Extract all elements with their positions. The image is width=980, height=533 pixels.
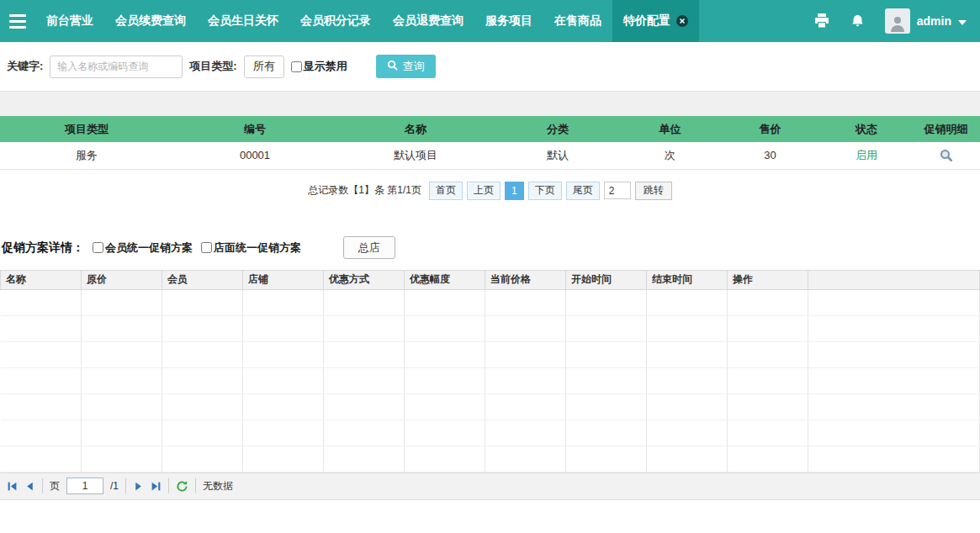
member-unified-plan-option: 会员统一促销方案: [93, 240, 193, 256]
query-button-label: 查询: [403, 59, 425, 74]
avatar: [885, 8, 910, 34]
promo-col-discount-range: 优惠幅度: [405, 270, 485, 289]
nav-item-service-items[interactable]: 服务项目: [474, 0, 543, 42]
promo-col-operation: 操作: [728, 270, 808, 289]
nav-item-front-desk[interactable]: 前台营业: [35, 0, 104, 42]
main-menu: 前台营业 会员续费查询 会员生日关怀 会员积分记录 会员退费查询 服务项目 在售…: [35, 0, 699, 42]
refresh-icon[interactable]: [176, 480, 188, 493]
spacer-band: [0, 91, 980, 116]
store-unified-plan-checkbox[interactable]: [201, 242, 212, 253]
cell-price: 30: [719, 142, 821, 169]
col-header-code: 编号: [173, 116, 336, 142]
show-disabled-checkbox[interactable]: [291, 61, 302, 72]
col-header-status: 状态: [821, 116, 912, 142]
promo-col-end-time: 结束时间: [647, 270, 728, 289]
promo-plan-table: 名称 原价 会员 店铺 优惠方式 优惠幅度 当前价格 开始时间 结束时间 操作: [0, 270, 980, 472]
promo-table-empty-row: [1, 420, 980, 446]
separator: [168, 478, 169, 493]
cell-name: 默认项目: [336, 142, 495, 169]
table-row[interactable]: 服务 00001 默认项目 默认 次 30 启用: [0, 142, 980, 169]
col-header-category: 分类: [495, 116, 621, 142]
store-unified-plan-label: 店面统一促销方案: [214, 240, 301, 256]
promo-table-empty-row: [1, 289, 980, 315]
promo-table-empty-row: [1, 315, 980, 341]
current-page-button[interactable]: 1: [505, 182, 524, 200]
jump-button[interactable]: 跳转: [635, 182, 672, 200]
cell-code: 00001: [173, 142, 336, 169]
store-unified-plan-option: 店面统一促销方案: [201, 240, 301, 256]
promo-table-empty-row: [1, 446, 980, 472]
nav-right-area: admin: [813, 0, 980, 42]
col-header-name: 名称: [336, 116, 495, 142]
page: 前台营业 会员续费查询 会员生日关怀 会员积分记录 会员退费查询 服务项目 在售…: [0, 0, 980, 533]
separator: [195, 478, 196, 493]
query-button[interactable]: 查询: [376, 55, 436, 78]
keyword-label: 关键字:: [7, 59, 43, 74]
promo-col-store: 店铺: [243, 270, 324, 289]
separator: [125, 478, 126, 493]
chevron-down-icon: [958, 14, 967, 28]
separator: [42, 478, 43, 493]
prev-page-button[interactable]: 上页: [467, 182, 501, 200]
promo-table-empty-row: [1, 341, 980, 367]
promo-col-current-price: 当前价格: [485, 270, 566, 289]
promo-plan-toolbar: 促销方案详情： 会员统一促销方案 店面统一促销方案 总店: [0, 236, 980, 260]
page-label: 页: [50, 479, 60, 493]
status-enabled-link[interactable]: 启用: [856, 149, 877, 161]
head-office-button[interactable]: 总店: [343, 236, 395, 259]
cell-type: 服务: [0, 142, 173, 169]
page-total-label: /1: [110, 480, 119, 492]
show-disabled-label: 显示禁用: [304, 59, 347, 74]
top-navigation-bar: 前台营业 会员续费查询 会员生日关怀 会员积分记录 会员退费查询 服务项目 在售…: [0, 0, 980, 42]
last-page-icon[interactable]: [151, 481, 162, 492]
nav-item-products-on-sale[interactable]: 在售商品: [543, 0, 612, 42]
nav-item-member-refund-query[interactable]: 会员退费查询: [382, 0, 474, 42]
col-header-unit: 单位: [621, 116, 719, 142]
cell-promo-detail: [912, 142, 980, 169]
close-tab-icon[interactable]: [676, 15, 688, 27]
promo-col-member: 会员: [162, 270, 243, 289]
first-page-button[interactable]: 首页: [429, 182, 463, 200]
nav-item-member-points-record[interactable]: 会员积分记录: [289, 0, 382, 42]
last-page-button[interactable]: 尾页: [566, 182, 600, 200]
bell-icon[interactable]: [850, 13, 865, 29]
member-unified-plan-checkbox[interactable]: [93, 242, 103, 253]
member-unified-plan-label: 会员统一促销方案: [105, 240, 193, 256]
prev-page-icon[interactable]: [24, 481, 35, 492]
col-header-promo-detail: 促销明细: [912, 116, 980, 142]
show-disabled-option: 显示禁用: [291, 59, 347, 74]
tab-special-price-config[interactable]: 特价配置: [612, 0, 699, 42]
search-toolbar: 关键字: 项目类型: 所有 显示禁用 查询: [0, 42, 980, 91]
type-label: 项目类型:: [189, 59, 236, 74]
pagination-summary: 总记录数【1】条 第1/1页: [308, 183, 421, 198]
promo-table-empty-row: [1, 393, 980, 420]
promo-plan-title: 促销方案详情：: [2, 240, 84, 256]
promo-col-start-time: 开始时间: [566, 270, 647, 289]
print-icon[interactable]: [813, 13, 830, 29]
jump-page-input[interactable]: [604, 182, 631, 199]
page-number-input[interactable]: [66, 478, 103, 494]
next-page-icon[interactable]: [133, 481, 144, 492]
keyword-input[interactable]: [50, 55, 183, 78]
promo-col-original-price: 原价: [82, 270, 162, 289]
nav-item-member-birthday-care[interactable]: 会员生日关怀: [197, 0, 289, 42]
search-icon: [387, 60, 398, 73]
promo-col-discount-method: 优惠方式: [324, 270, 405, 289]
promo-detail-magnifier-icon[interactable]: [940, 149, 953, 162]
next-page-button[interactable]: 下页: [528, 182, 562, 200]
active-tab-label: 特价配置: [623, 13, 670, 29]
no-data-label: 无数据: [203, 479, 233, 493]
hamburger-menu-icon[interactable]: [0, 0, 35, 42]
type-select-button[interactable]: 所有: [244, 55, 284, 78]
promo-table-header-row: 名称 原价 会员 店铺 优惠方式 优惠幅度 当前价格 开始时间 结束时间 操作: [1, 270, 980, 289]
user-menu[interactable]: admin: [885, 8, 967, 34]
nav-item-member-renewal-query[interactable]: 会员续费查询: [104, 0, 197, 42]
cell-unit: 次: [621, 142, 719, 169]
first-page-icon[interactable]: [7, 481, 18, 492]
promo-table-pager-bar: 页 /1 无数据: [0, 472, 980, 500]
col-header-price: 售价: [719, 116, 821, 142]
cell-category: 默认: [495, 142, 621, 169]
items-pagination: 总记录数【1】条 第1/1页 首页 上页 1 下页 尾页 跳转: [0, 181, 980, 201]
promo-col-name: 名称: [1, 270, 82, 289]
promo-col-filler: [808, 270, 980, 289]
